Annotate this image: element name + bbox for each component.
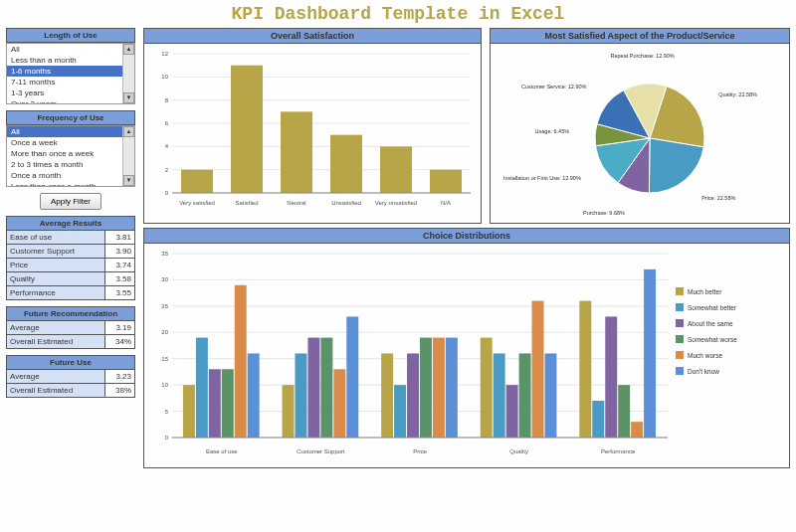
list-item[interactable]: Less than once a month (7, 181, 134, 187)
svg-rect-54 (235, 285, 247, 438)
svg-text:25: 25 (161, 303, 168, 309)
row-value: 3.58 (105, 272, 135, 286)
svg-text:Ease of use: Ease of use (206, 448, 238, 454)
svg-rect-58 (296, 353, 307, 438)
list-item[interactable]: Less than a month (7, 55, 134, 66)
svg-rect-74 (519, 353, 531, 438)
row-label: Customer Support (7, 245, 105, 259)
satisfaction-chart: Overall Satisfaction 024681012Very satis… (143, 28, 482, 224)
row-value: 34% (105, 335, 135, 349)
future-recommendation-table: Future Recommendation Average3.19Overall… (6, 306, 135, 349)
table-row: Overall Estimated38% (7, 384, 135, 398)
table-row: Overall Estimated34% (7, 335, 135, 349)
table-row: Ease of use3.81 (7, 231, 135, 245)
list-item[interactable]: 1-3 years (7, 88, 134, 98)
svg-text:N/A: N/A (441, 200, 451, 206)
svg-rect-22 (380, 146, 412, 193)
rec-header: Future Recommendation (7, 307, 135, 321)
scrollbar[interactable]: ▲ ▼ (122, 126, 134, 186)
row-label: Average (7, 370, 105, 384)
svg-text:Quality: 22.58%: Quality: 22.58% (718, 91, 757, 97)
svg-text:0: 0 (165, 435, 169, 441)
svg-rect-75 (532, 301, 544, 438)
list-item[interactable]: Once a month (7, 170, 134, 181)
svg-rect-88 (676, 303, 684, 311)
row-label: Quality (7, 272, 105, 286)
row-label: Overall Estimated (7, 335, 105, 349)
row-value: 38% (105, 384, 135, 398)
length-listbox[interactable]: AllLess than a month1-6 months7-11 month… (6, 43, 135, 104)
svg-rect-51 (196, 338, 208, 438)
svg-text:Much worse: Much worse (688, 352, 722, 359)
scroll-down-icon[interactable]: ▼ (123, 175, 134, 186)
list-item[interactable]: 2 to 3 times a month (7, 159, 134, 170)
row-value: 3.55 (105, 286, 135, 300)
svg-rect-90 (676, 319, 684, 327)
svg-rect-67 (420, 338, 432, 438)
svg-rect-83 (644, 269, 656, 438)
frequency-listbox[interactable]: AllOnce a weekMore than once a week2 to … (6, 125, 135, 187)
use-header: Future Use (7, 356, 135, 370)
svg-rect-57 (283, 385, 295, 438)
svg-rect-62 (346, 316, 358, 438)
svg-rect-92 (676, 335, 684, 343)
svg-rect-66 (407, 353, 419, 438)
svg-text:Somewhat better: Somewhat better (688, 304, 737, 311)
row-label: Price (7, 259, 105, 272)
svg-rect-20 (330, 135, 362, 193)
svg-rect-50 (183, 385, 195, 438)
svg-text:5: 5 (165, 409, 169, 415)
list-item[interactable]: Over 3 years (7, 98, 134, 104)
svg-text:Performance: Performance (601, 448, 636, 454)
row-label: Ease of use (7, 231, 105, 245)
svg-text:6: 6 (165, 120, 169, 126)
svg-rect-81 (618, 385, 630, 438)
scroll-up-icon[interactable]: ▲ (123, 126, 134, 137)
svg-rect-60 (320, 338, 332, 438)
svg-text:Repeat Purchase: 12.90%: Repeat Purchase: 12.90% (611, 53, 675, 59)
list-item[interactable]: Once a week (7, 137, 134, 148)
svg-text:10: 10 (161, 382, 168, 388)
list-item[interactable]: 1-6 months (7, 66, 134, 77)
svg-text:Price: 22.58%: Price: 22.58% (701, 195, 735, 201)
row-value: 3.81 (105, 231, 135, 245)
choice-bars: 05101520253035Ease of useCustomer Suppor… (144, 244, 777, 467)
svg-rect-79 (592, 401, 604, 438)
svg-rect-52 (209, 369, 221, 438)
scrollbar[interactable]: ▲ ▼ (122, 44, 134, 103)
svg-rect-61 (333, 369, 345, 438)
svg-rect-80 (605, 316, 617, 438)
scroll-down-icon[interactable]: ▼ (123, 92, 134, 103)
pie-chart: Most Satisfied Aspect of the Product/Ser… (490, 28, 790, 224)
svg-rect-16 (231, 66, 263, 193)
list-item[interactable]: 7-11 months (7, 77, 134, 88)
satisfaction-bars: 024681012Very satisfiedSatisfiedNeutralU… (144, 44, 481, 223)
apply-filter-button[interactable]: Apply Filter (40, 193, 101, 210)
table-row: Customer Support3.90 (7, 245, 135, 259)
list-item[interactable]: All (7, 126, 134, 137)
table-row: Average3.19 (7, 321, 135, 335)
svg-rect-53 (222, 369, 234, 438)
svg-rect-86 (676, 287, 684, 295)
pie-svg: Quality: 22.58%Price: 22.58%Purchase: 9.… (491, 44, 779, 223)
top-charts-row: Overall Satisfaction 024681012Very satis… (143, 28, 790, 224)
svg-text:Much better: Much better (688, 288, 722, 295)
svg-text:2: 2 (165, 167, 169, 173)
svg-text:Somewhat worse: Somewhat worse (688, 336, 737, 343)
svg-text:Installation or First Use: 12.: Installation or First Use: 12.90% (503, 175, 581, 181)
svg-text:0: 0 (165, 190, 169, 196)
frequency-header: Frequency of Use (6, 110, 135, 125)
svg-text:4: 4 (165, 143, 169, 149)
scroll-up-icon[interactable]: ▲ (123, 44, 134, 55)
svg-text:Very unsatisfied: Very unsatisfied (375, 200, 417, 206)
avg-results-header: Average Results (7, 217, 135, 231)
svg-rect-65 (394, 385, 406, 438)
row-label: Performance (7, 286, 105, 300)
row-value: 3.23 (105, 370, 135, 384)
list-item[interactable]: All (7, 44, 134, 55)
svg-rect-96 (676, 367, 684, 375)
table-row: Performance3.55 (7, 286, 135, 300)
list-item[interactable]: More than once a week (7, 148, 134, 159)
svg-text:8: 8 (165, 97, 169, 103)
sidebar: Length of Use AllLess than a month1-6 mo… (6, 28, 135, 468)
